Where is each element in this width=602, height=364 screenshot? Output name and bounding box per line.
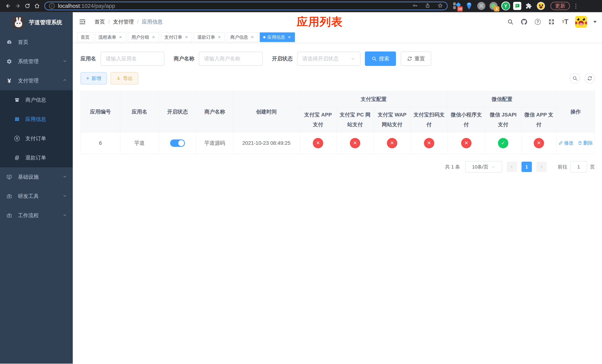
col-header-created: 创建时间	[233, 91, 300, 132]
user-avatar[interactable]	[575, 16, 587, 28]
alipay-pc-status-icon: ✕	[350, 138, 360, 148]
tab-close-icon[interactable]: ✕	[184, 35, 188, 39]
breadcrumb-home[interactable]: 首页	[95, 18, 105, 25]
help-icon[interactable]: ?	[534, 18, 541, 26]
alipay-app-status-icon: ✕	[313, 138, 323, 148]
sidebar-logo[interactable]: 芋道管理系统	[0, 12, 73, 32]
share-icon[interactable]	[425, 3, 430, 9]
sidebar-item-merchant-info[interactable]: 商户信息	[0, 90, 73, 110]
sidebar-item-system[interactable]: 系统管理	[0, 52, 73, 71]
reset-button[interactable]: 重置	[401, 52, 431, 66]
extension-pin-icon[interactable]	[464, 1, 474, 11]
col-header-status: 开启状态	[159, 91, 196, 132]
wx-mini-status-icon: ✕	[461, 138, 472, 148]
browser-menu-icon[interactable]: ⋮	[573, 3, 578, 9]
extension-tiles-icon[interactable]: 10	[452, 1, 462, 11]
tab-pay-orders[interactable]: 支付订单✕	[161, 32, 192, 42]
delete-button[interactable]: 删除	[578, 140, 593, 146]
fullscreen-icon[interactable]	[548, 18, 555, 26]
browser-profile-avatar[interactable]	[536, 1, 546, 11]
browser-home-button[interactable]	[32, 1, 42, 11]
bookmark-star-icon[interactable]	[437, 3, 443, 9]
browser-back-button[interactable]	[3, 1, 13, 11]
font-size-icon[interactable]: TT	[561, 18, 569, 26]
status-label: 开启状态	[272, 55, 293, 62]
sidebar-item-infra[interactable]: 基础设施	[0, 167, 73, 187]
table-row: 6 芋道 芋道源码 2021-10-23 08:49:25 ✕ ✕ ✕ ✕ ✕	[81, 132, 595, 154]
tab-process-form[interactable]: 流程表单✕	[95, 32, 126, 42]
pagination: 共 1 条 10条/页 1 前往 页	[81, 161, 595, 172]
sidebar-item-home[interactable]: 首页	[0, 32, 73, 52]
app-name-input[interactable]	[100, 52, 164, 66]
browser-forward-button[interactable]	[13, 1, 22, 11]
col-header-name: 应用名	[120, 91, 159, 132]
annotation-title: 应用列表	[297, 14, 343, 30]
tab-app-info[interactable]: 应用信息✕	[260, 32, 295, 42]
page-number-current[interactable]: 1	[521, 162, 532, 172]
cell-merchant: 芋道源码	[196, 132, 233, 154]
sidebar-item-refund-orders[interactable]: 退款订单	[0, 148, 73, 167]
sidebar-item-payment[interactable]: ¥ 支付管理	[0, 71, 73, 90]
alipay-wap-status-icon: ✕	[387, 138, 397, 148]
tab-close-icon[interactable]: ✕	[151, 35, 155, 39]
add-button[interactable]: + 新增	[81, 72, 107, 85]
goto-page-input[interactable]	[570, 161, 587, 172]
breadcrumb-payment[interactable]: 支付管理	[113, 18, 134, 25]
github-icon[interactable]	[520, 18, 528, 26]
avatar-caret-icon[interactable]	[593, 21, 597, 23]
browser-reload-button[interactable]	[22, 1, 32, 11]
row-status-toggle[interactable]	[170, 139, 185, 147]
col-header-alipay-wap: 支付宝 WAP 网站支付	[374, 107, 411, 132]
cell-name: 芋道	[120, 132, 159, 154]
col-header-id: 应用编号	[81, 91, 120, 132]
merchant-name-input[interactable]	[199, 52, 263, 66]
extensions-puzzle-icon[interactable]	[524, 1, 534, 11]
extension-recorder-icon[interactable]: 1	[489, 1, 498, 11]
extension-chat-icon[interactable]	[513, 2, 521, 10]
next-page-button[interactable]	[536, 162, 547, 172]
tab-close-icon[interactable]: ✕	[287, 35, 291, 39]
cell-actions: 修改 删除	[557, 132, 595, 154]
search-button[interactable]: 搜索	[365, 52, 396, 66]
goto-label: 前往	[558, 164, 567, 170]
browser-update-button[interactable]: 更新	[550, 2, 570, 10]
dashboard-icon	[7, 39, 12, 45]
wx-app-status-icon: ✕	[534, 138, 544, 148]
pagination-total: 共 1 条	[445, 164, 460, 170]
edit-button[interactable]: 修改	[559, 140, 574, 146]
url-text: localhost:1024/pay/app	[58, 3, 412, 9]
col-header-alipay-pc: 支付宝 PC 网站支付	[336, 107, 374, 132]
sidebar-item-workflow[interactable]: 工作流程	[0, 206, 73, 225]
tab-close-icon[interactable]: ✕	[217, 35, 221, 39]
site-info-icon[interactable]: i	[49, 3, 55, 9]
chevron-down-icon	[62, 213, 67, 219]
chevron-down-icon	[62, 193, 67, 199]
chevron-right-icon	[539, 165, 544, 169]
sidebar-item-dev-tools[interactable]: 研发工具	[0, 187, 73, 206]
sidebar-collapse-icon[interactable]	[77, 17, 87, 27]
tab-close-icon[interactable]: ✕	[118, 35, 123, 39]
header-search-icon[interactable]	[507, 18, 514, 26]
tab-close-icon[interactable]: ✕	[250, 35, 254, 39]
status-select[interactable]: 请选择开启状态	[297, 52, 360, 66]
refresh-icon	[407, 56, 412, 61]
tab-merchant-info[interactable]: 商户信息✕	[227, 32, 258, 42]
url-bar[interactable]: i localhost:1024/pay/app	[44, 2, 448, 10]
app-name-label: 应用名	[81, 55, 96, 62]
password-key-icon[interactable]	[412, 3, 418, 9]
tab-refund-orders[interactable]: 退款订单✕	[194, 32, 225, 42]
page-size-select[interactable]: 10条/页	[465, 161, 502, 172]
toolbox-icon	[7, 193, 12, 199]
col-header-wx-mini: 微信小程序支付	[448, 107, 485, 132]
export-button[interactable]: 导出	[110, 72, 138, 85]
tab-home[interactable]: 首页	[77, 32, 93, 42]
sidebar-item-pay-orders[interactable]: ¥ 支付订单	[0, 129, 73, 148]
gear-icon	[7, 59, 12, 64]
refresh-table-button[interactable]	[585, 73, 595, 84]
toggle-search-button[interactable]	[570, 73, 580, 84]
prev-page-button[interactable]	[507, 162, 517, 172]
extension-command-icon[interactable]: ⌘	[476, 1, 486, 11]
sidebar-item-app-info[interactable]: 应用信息	[0, 110, 73, 129]
extension-y-icon[interactable]: Y	[501, 1, 511, 11]
tab-user-group[interactable]: 用户分组✕	[128, 32, 159, 42]
